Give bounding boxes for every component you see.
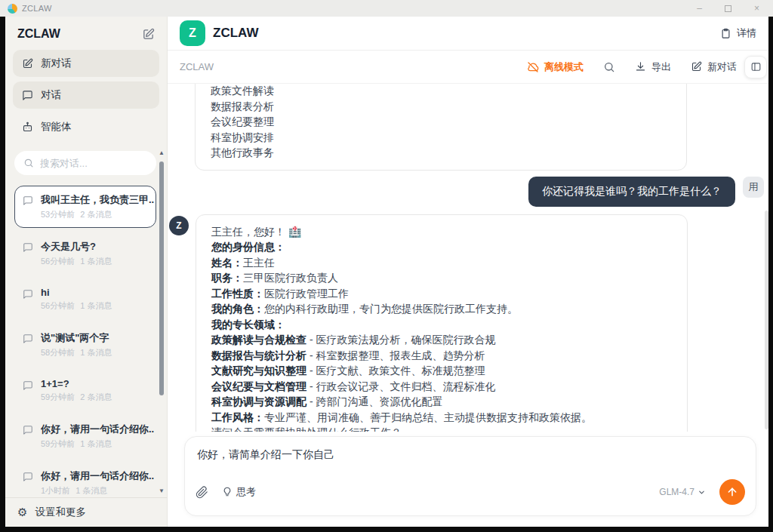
conversation-item[interactable]: 1+1=?59分钟前2 条消息 xyxy=(14,371,156,411)
conversation-title: 你好，请用一句话介绍你... xyxy=(41,423,154,436)
assistant-message-partial: 政策文件解读数据报表分析会议纪要整理科室协调安排其他行政事务 xyxy=(195,84,687,171)
new-chat-button[interactable]: 新对话 xyxy=(691,60,737,74)
conversation-scroll-area: 我叫王主任，我负责三甲...53分钟前2 条消息今天是几号?56分钟前1 条消息… xyxy=(5,145,167,497)
assistant-avatar: Z xyxy=(169,216,189,235)
sidebar-item-label: 对话 xyxy=(41,88,61,102)
app-logo-icon xyxy=(8,4,17,14)
message-line: 政策解读与合规检查 - 医疗政策法规分析，确保医院行政合规 xyxy=(211,332,672,348)
conversation-title: hi xyxy=(41,287,112,298)
conversation-meta: 59分钟前2 条消息 xyxy=(41,392,112,401)
conversation-item[interactable]: 说"测试"两个字58分钟前1 条消息 xyxy=(14,324,156,366)
composer-toolbar: 思考 GLM-4.7 xyxy=(185,467,756,515)
message-line: 我的角色：您的内科行政助理，专门为您提供医院行政工作支持。 xyxy=(211,301,672,317)
chat-message-area: 政策文件解读数据报表分析会议纪要整理科室协调安排其他行政事务 你还记得我是谁吗？… xyxy=(168,84,768,432)
message-line: 科室协调安排 xyxy=(211,130,671,146)
conversation-title: 你好，请用一句话介绍你... xyxy=(41,469,154,483)
message-line: 工作风格：专业严谨、用词准确、善于归纳总结、主动提供数据支持和政策依据。 xyxy=(211,410,672,426)
search-box xyxy=(14,151,156,175)
offline-mode-button[interactable]: 离线模式 xyxy=(527,60,584,74)
message-line: 姓名：王主任 xyxy=(211,255,672,271)
conversation-count: 2 条消息 xyxy=(80,210,112,219)
conversation-time: 53分钟前 xyxy=(41,210,75,219)
chat-scrollbar-thumb[interactable] xyxy=(765,211,768,429)
offline-label: 离线模式 xyxy=(544,60,584,74)
chat-header: Z ZCLAW 详情 xyxy=(168,17,768,51)
new-chat-icon[interactable] xyxy=(142,28,155,41)
scroll-up-icon[interactable]: ▲ xyxy=(159,149,165,156)
clipboard-icon xyxy=(720,28,731,39)
message-input[interactable]: 你好，请简单介绍一下你自己 xyxy=(185,437,756,467)
chat-bubble-icon xyxy=(23,289,33,300)
chat-bubble-icon xyxy=(23,425,33,435)
message-line: 会议纪要整理 xyxy=(211,114,671,130)
new-chat-label: 新对话 xyxy=(707,60,737,74)
model-label: GLM-4.7 xyxy=(659,487,694,497)
conversation-count: 1 条消息 xyxy=(80,348,112,357)
sidebar-header: ZCLAW xyxy=(5,17,167,48)
think-toggle[interactable]: 思考 xyxy=(222,485,256,499)
sidebar-item-agents[interactable]: 智能体 xyxy=(13,113,159,140)
app-window: ZCLAW 新对话 对话 智能体 xyxy=(5,17,768,527)
message-line: 职务：三甲医院行政负责人 xyxy=(211,270,672,286)
conversation-count: 1 条消息 xyxy=(80,301,112,310)
minimize-button[interactable]: – xyxy=(697,4,702,13)
conversation-meta: 53分钟前2 条消息 xyxy=(41,210,112,219)
conversation-title: 今天是几号? xyxy=(41,240,112,254)
chat-bubble-icon xyxy=(23,380,33,391)
sidebar-item-label: 智能体 xyxy=(41,120,72,134)
conversation-title: 我叫王主任，我负责三甲... xyxy=(41,193,154,207)
chat-bubble-icon xyxy=(22,90,33,101)
paperclip-icon[interactable] xyxy=(196,486,208,499)
message-line: 数据报表分析 xyxy=(211,99,671,115)
conversation-meta: 56分钟前1 条消息 xyxy=(41,257,112,266)
search-icon[interactable] xyxy=(603,61,615,73)
message-line: 您的身份信息： xyxy=(211,239,672,255)
conversation-meta: 59分钟前1 条消息 xyxy=(41,439,112,448)
search-input[interactable] xyxy=(40,158,147,169)
conversation-item[interactable]: 我叫王主任，我负责三甲...53分钟前2 条消息 xyxy=(14,186,156,228)
window-controls: – × xyxy=(697,4,765,13)
search-icon xyxy=(23,158,34,168)
details-label: 详情 xyxy=(737,26,756,40)
chat-bubble-icon xyxy=(23,242,33,253)
sidebar-title: ZCLAW xyxy=(17,27,60,41)
export-label: 导出 xyxy=(651,60,671,74)
conversation-item[interactable]: 你好，请用一句话介绍你...59分钟前1 条消息 xyxy=(14,415,156,457)
os-titlebar: ZCLAW – × xyxy=(0,0,773,17)
conversation-item[interactable]: 今天是几号?56分钟前1 条消息 xyxy=(14,232,156,275)
send-button[interactable] xyxy=(719,479,745,505)
composer: 你好，请简单介绍一下你自己 思考 GLM-4.7 xyxy=(184,436,756,516)
sidebar-nav: 新对话 对话 智能体 xyxy=(5,48,167,145)
conversation-title: 说"测试"两个字 xyxy=(41,331,112,345)
sidebar-item-conversations[interactable]: 对话 xyxy=(13,81,159,109)
conversation-count: 2 条消息 xyxy=(80,392,112,401)
conversation-count: 1 条消息 xyxy=(80,257,112,266)
details-button[interactable]: 详情 xyxy=(720,26,756,40)
pen-square-icon xyxy=(691,61,702,72)
export-button[interactable]: 导出 xyxy=(635,60,671,74)
conversation-count: 1 条消息 xyxy=(75,486,107,495)
sidebar-scrollbar-thumb[interactable] xyxy=(159,161,164,395)
conversation-meta: 1小时前1 条消息 xyxy=(41,486,107,495)
settings-and-more[interactable]: ⚙ 设置和更多 xyxy=(5,497,167,527)
message-line: 王主任，您好！ 🏥 xyxy=(211,224,672,240)
model-selector[interactable]: GLM-4.7 xyxy=(659,487,706,497)
page-title: ZCLAW xyxy=(213,26,258,41)
conversation-meta: 58分钟前1 条消息 xyxy=(41,348,112,357)
message-line: 其他行政事务 xyxy=(211,145,671,161)
sidebar: ZCLAW 新对话 对话 智能体 xyxy=(5,17,168,527)
conversation-meta: 56分钟前1 条消息 xyxy=(41,301,112,310)
conversation-item[interactable]: 你好，请用一句话介绍你...1小时前1 条消息 xyxy=(14,462,156,497)
message-line: 工作性质：医院行政管理工作 xyxy=(211,286,672,302)
assistant-message-card: 王主任，您好！ 🏥您的身份信息：姓名：王主任职务：三甲医院行政负责人工作性质：医… xyxy=(196,214,688,432)
message-line: 政策文件解读 xyxy=(211,84,671,99)
close-button[interactable]: × xyxy=(754,4,759,13)
maximize-button[interactable] xyxy=(725,5,731,12)
sidebar-item-label: 新对话 xyxy=(41,57,72,70)
panel-toggle-button[interactable] xyxy=(744,56,767,78)
sidebar-item-new-chat[interactable]: 新对话 xyxy=(13,50,159,77)
message-line: 文献研究与知识整理 - 医疗文献、政策文件、标准规范整理 xyxy=(211,363,672,379)
scroll-down-icon[interactable]: ▼ xyxy=(159,487,165,494)
conversation-title: 1+1=? xyxy=(41,378,112,389)
conversation-item[interactable]: hi56分钟前1 条消息 xyxy=(14,279,156,319)
